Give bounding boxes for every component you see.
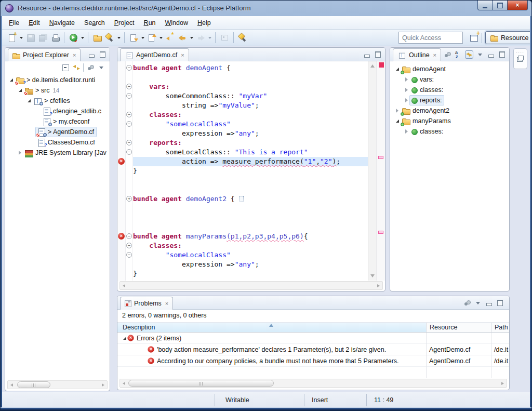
focus-icon[interactable] xyxy=(443,50,451,59)
minimize-view-icon[interactable] xyxy=(485,299,493,307)
fold-collapse-icon[interactable]: − xyxy=(126,112,132,117)
collapse-all-icon[interactable] xyxy=(61,63,70,72)
tree-expand-icon[interactable] xyxy=(394,68,400,71)
tree-item-classes[interactable]: classes: xyxy=(390,126,509,137)
tree-item-classes[interactable]: classes: xyxy=(390,85,509,95)
folded-region-icon[interactable] xyxy=(239,196,244,202)
save-all-button[interactable] xyxy=(36,32,49,44)
fold-collapse-icon[interactable]: − xyxy=(126,233,132,239)
tab-problems[interactable]: Problems × xyxy=(120,297,173,310)
code-line-3[interactable]: vars: xyxy=(133,82,368,91)
title-bar[interactable]: Resource - de.itemis.cfeditor.runtime.te… xyxy=(1,1,532,16)
fold-collapse-icon[interactable]: − xyxy=(126,121,132,127)
flashlight-dropdown-arrow[interactable] xyxy=(116,32,122,44)
minimize-button[interactable] xyxy=(477,1,493,10)
flashlight-button[interactable] xyxy=(103,32,116,44)
fold-collapse-icon[interactable]: − xyxy=(126,252,132,258)
outline-tab-close-icon[interactable]: × xyxy=(433,52,436,58)
editor-tab-close-icon[interactable]: × xyxy=(181,52,184,58)
restore-view-icon[interactable] xyxy=(517,56,524,62)
code-line-6[interactable]: classes: xyxy=(133,110,368,120)
back-dropdown-arrow[interactable] xyxy=(189,32,194,44)
code-line-8[interactable]: expression =>"any"; xyxy=(133,129,368,138)
resource-perspective-button[interactable]: Resource xyxy=(485,31,532,44)
error-marker-icon[interactable] xyxy=(118,158,125,165)
tree-item-manyparams[interactable]: manyParams xyxy=(390,116,509,126)
tree-expand-icon[interactable] xyxy=(17,151,23,155)
editor-vscrollbar[interactable] xyxy=(368,61,376,281)
project-explorer-hscrollbar[interactable] xyxy=(7,380,108,389)
column-resource[interactable]: Resource xyxy=(426,323,491,332)
code-line-23[interactable]: } xyxy=(133,269,368,279)
column-divider[interactable] xyxy=(491,333,491,378)
forward-button[interactable] xyxy=(194,32,207,44)
previous-annotation-dropdown-arrow[interactable] xyxy=(158,32,164,44)
menu-help[interactable]: Help xyxy=(193,17,216,29)
sort-alphabetical-icon[interactable] xyxy=(454,50,462,59)
save-button[interactable] xyxy=(24,32,36,44)
code-line-20[interactable]: classes: xyxy=(133,241,368,250)
problem-row[interactable]: 'body action measure_performance' declar… xyxy=(117,344,509,355)
column-path[interactable]: Path xyxy=(491,323,509,332)
fold-collapse-icon[interactable]: − xyxy=(126,93,132,99)
open-folder-button[interactable] xyxy=(91,32,103,44)
tree-item-vars[interactable]: vars: xyxy=(390,74,509,85)
tree-expand-icon[interactable] xyxy=(404,88,409,92)
editor-hscrollbar[interactable] xyxy=(119,281,383,290)
maximize-button[interactable] xyxy=(493,1,507,10)
project-explorer-close-icon[interactable]: × xyxy=(73,52,76,58)
problem-row[interactable]: According to our company policies, a bun… xyxy=(117,355,509,367)
tree-item-classesdemo-cf[interactable]: ClassesDemo.cf xyxy=(5,137,110,148)
tree-expand-icon[interactable] xyxy=(404,77,409,82)
menu-navigate[interactable]: Navigate xyxy=(45,17,79,29)
column-divider[interactable] xyxy=(426,333,427,378)
tree-item-my-cfeconf[interactable]: > my.cfeconf xyxy=(5,116,110,127)
next-annotation-dropdown-arrow[interactable] xyxy=(140,32,145,44)
tree-expand-icon[interactable] xyxy=(26,99,32,102)
view-dropdown-icon[interactable] xyxy=(97,63,105,72)
last-edit-location-button[interactable] xyxy=(164,32,176,44)
menu-edit[interactable]: Edit xyxy=(24,17,45,29)
code-line-4[interactable]: someCommonClass:: "myVar" xyxy=(133,91,368,101)
tree-expand-icon[interactable] xyxy=(8,78,14,82)
tree-item-de-itemis-cfeditor-runti[interactable]: > de.itemis.cfeditor.runti xyxy=(5,75,110,85)
previous-annotation-button[interactable] xyxy=(145,32,158,44)
tree-item-agentdemo-cf[interactable]: > AgentDemo.cf xyxy=(5,127,110,137)
code-line-15[interactable]: bundle agent demoAgent2 { xyxy=(133,194,368,204)
pin-editor-button[interactable] xyxy=(218,32,231,44)
quick-access-input[interactable] xyxy=(398,32,463,44)
fold-collapse-icon[interactable]: − xyxy=(126,65,132,71)
link-with-editor-icon[interactable] xyxy=(465,50,473,59)
minimize-view-icon[interactable] xyxy=(487,50,495,59)
code-line-7[interactable]: "someLocalClass" xyxy=(133,120,368,129)
close-button[interactable]: × xyxy=(507,1,528,10)
tree-item-demoagent[interactable]: demoAgent xyxy=(390,64,509,74)
forward-dropdown-arrow[interactable] xyxy=(207,32,212,44)
tree-expand-icon[interactable] xyxy=(404,98,409,102)
code-line-10[interactable]: someLocalClass:: "This is a report" xyxy=(133,148,368,157)
focus-icon[interactable] xyxy=(463,299,471,307)
error-marker-icon[interactable] xyxy=(118,233,125,240)
fold-collapse-icon[interactable]: − xyxy=(126,84,132,89)
tree-item-cfengine-stdlib-c[interactable]: cfengine_stdlib.c xyxy=(5,106,110,116)
tab-outline[interactable]: Outline × xyxy=(393,48,441,61)
search-button[interactable] xyxy=(236,32,249,44)
menu-run[interactable]: Run xyxy=(139,17,161,29)
menu-window[interactable]: Window xyxy=(161,17,193,29)
minimize-view-icon[interactable] xyxy=(363,50,371,59)
view-menu-icon[interactable] xyxy=(86,63,95,72)
code-line-9[interactable]: reports: xyxy=(133,138,368,148)
code-area[interactable]: bundle agent demoAgent { vars: someCommo… xyxy=(133,61,368,281)
tree-item-demoagent2[interactable]: demoAgent2 xyxy=(390,105,509,116)
problems-tab-close-icon[interactable]: × xyxy=(165,301,168,307)
tab-project-explorer[interactable]: Project Explorer × xyxy=(8,48,81,61)
fold-collapse-icon[interactable]: − xyxy=(126,140,132,145)
code-line-1[interactable]: bundle agent demoAgent { xyxy=(133,63,368,73)
menu-project[interactable]: Project xyxy=(110,17,139,29)
overview-error-marker[interactable] xyxy=(378,156,383,159)
code-line-22[interactable]: expression =>"any"; xyxy=(133,260,368,269)
maximize-view-icon[interactable] xyxy=(498,50,506,59)
run-dropdown-arrow[interactable] xyxy=(79,32,85,44)
back-button[interactable] xyxy=(176,32,189,44)
fold-expand-icon[interactable]: + xyxy=(126,196,132,202)
